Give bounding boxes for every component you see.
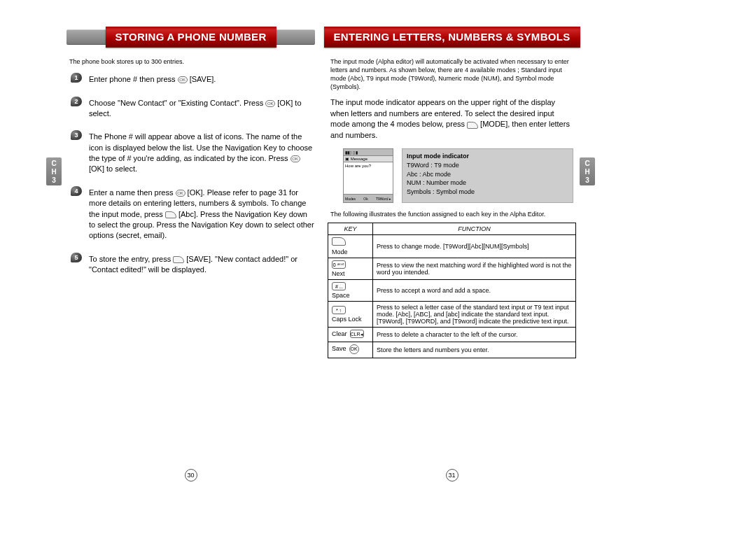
key-cell: 0 ⁿᵉˣᵗNext <box>328 258 373 280</box>
step-bullet: 1 <box>71 73 82 83</box>
step-item: 5To store the entry, press [SAVE]. "New … <box>66 251 315 279</box>
key-cell: ClearCLR◂ <box>328 328 373 342</box>
ok-key-icon: OK <box>265 100 275 107</box>
key-label: Space <box>332 292 369 299</box>
ok-key-icon: OK <box>290 155 300 162</box>
page-title: ENTERING LETTERS, NUMBERS & SYMBOLS <box>323 27 580 48</box>
ch-h: H <box>51 168 56 176</box>
step-text: Choose "New Contact" or "Existing Contac… <box>89 98 315 120</box>
function-cell: Press to view the next matching word if … <box>373 258 576 280</box>
step-item: 3The Phone # will appear above a list of… <box>66 129 315 178</box>
step-text: To store the entry, press [SAVE]. "New c… <box>89 254 315 276</box>
th-function: FUNCTION <box>373 223 576 235</box>
step-text: Enter phone # then press OK [SAVE]. <box>89 74 315 85</box>
page-right: ENTERING LETTERS, NUMBERS & SYMBOLS The … <box>328 27 576 482</box>
ok-key-icon: OK <box>178 76 188 83</box>
page-left: STORING A PHONE NUMBER The phone book st… <box>66 27 315 482</box>
input-mode-indicator-panel: ▮▮▯ ▯ ▮ ▣ Message How are you? Modes Ok … <box>343 148 573 203</box>
page-number: 31 <box>446 469 458 482</box>
softkey-icon <box>467 122 478 129</box>
key-icon: 0 ⁿᵉˣᵗ <box>332 260 346 269</box>
function-cell: Press to select a letter case of the sta… <box>373 302 576 328</box>
phone-softkeys: Modes Ok T9Word ▸ <box>344 194 393 202</box>
table-row: SaveOKStore the letters and numbers you … <box>328 342 576 358</box>
table-row: ModePress to change mode. [T9Word][Abc][… <box>328 235 576 258</box>
ch-n: 3 <box>52 176 56 184</box>
imi-line: Abc : Abc mode <box>407 170 568 179</box>
imi-title: Input mode indicator <box>407 152 568 161</box>
chapter-tab-right: C H 3 <box>580 157 595 185</box>
header-bar: STORING A PHONE NUMBER <box>66 27 315 49</box>
step-bullet: 5 <box>71 253 82 262</box>
step-bullet: 2 <box>71 97 82 106</box>
phone-screen-body: How are you? <box>344 162 393 195</box>
key-label: Save <box>332 345 346 352</box>
phone-softkey-left: Modes <box>345 195 356 202</box>
function-cell: Press to change mode. [T9Word][Abc][NUM]… <box>373 235 576 258</box>
page-number: 30 <box>185 469 197 482</box>
step-bullet: 3 <box>71 130 82 140</box>
ch-c: C <box>51 160 56 167</box>
imi-line: Symbols : Symbol mode <box>407 188 568 197</box>
input-mode-indicator-key: Input mode indicator T9Word : T9 mode Ab… <box>402 148 573 203</box>
step-text: The Phone # will appear above a list of … <box>89 132 315 175</box>
phone-screen-title: ▣ Message <box>344 156 393 162</box>
key-icon: # ⎵ <box>332 282 346 290</box>
table-row: ClearCLR◂Press to delete a character to … <box>328 328 576 342</box>
phone-screenshot: ▮▮▯ ▯ ▮ ▣ Message How are you? Modes Ok … <box>343 148 393 203</box>
intro-text: The phone book stores up to 300 entries. <box>69 57 311 66</box>
key-icon <box>332 237 346 246</box>
intro-text: The input mode (Alpha editor) will autom… <box>330 57 572 92</box>
step-text: Enter a name then press OK [OK]. Please … <box>89 188 315 241</box>
key-label: Clear <box>332 330 347 337</box>
step-item: 2Choose "New Contact" or "Existing Conta… <box>66 95 315 122</box>
key-icon: CLR◂ <box>350 330 364 338</box>
phone-softkey-mid: Ok <box>363 195 368 202</box>
th-key: KEY <box>328 223 373 235</box>
step-list: 1Enter phone # then press OK [SAVE].2Cho… <box>66 71 315 278</box>
key-cell: # ⎵Space <box>328 280 373 302</box>
function-cell: Store the letters and numbers you enter. <box>373 342 576 358</box>
step-item: 1Enter phone # then press OK [SAVE]. <box>66 71 315 87</box>
chapter-tab-left: C H 3 <box>46 157 62 185</box>
key-cell: SaveOK <box>328 342 373 358</box>
softkey-icon <box>165 211 176 218</box>
imi-line: T9Word : T9 mode <box>407 161 568 170</box>
key-icon: OK <box>349 344 359 354</box>
step-item: 4Enter a name then press OK [OK]. Please… <box>66 185 315 244</box>
phone-softkey-right: T9Word ▸ <box>376 195 391 202</box>
body-paragraph: The input mode indicator appears on the … <box>330 97 573 142</box>
step-bullet: 4 <box>71 186 82 196</box>
key-function-table: KEY FUNCTION ModePress to change mode. [… <box>328 223 576 358</box>
key-icon: * ↑ <box>332 306 346 314</box>
function-cell: Press to delete a character to the left … <box>373 328 576 342</box>
table-intro: The following illustrates the function a… <box>330 210 573 218</box>
table-row: * ↑Caps LockPress to select a letter cas… <box>328 302 576 328</box>
key-cell: * ↑Caps Lock <box>328 302 373 328</box>
function-cell: Press to accept a word and add a space. <box>373 280 576 302</box>
table-row: # ⎵SpacePress to accept a word and add a… <box>328 280 576 302</box>
key-cell: Mode <box>328 235 373 258</box>
header-bar: ENTERING LETTERS, NUMBERS & SYMBOLS <box>328 27 576 49</box>
key-label: Next <box>332 270 369 277</box>
table-row: 0 ⁿᵉˣᵗNextPress to view the next matchin… <box>328 258 576 280</box>
page-title: STORING A PHONE NUMBER <box>105 27 276 48</box>
softkey-icon <box>173 256 184 263</box>
key-label: Caps Lock <box>332 316 369 323</box>
key-label: Mode <box>332 248 369 255</box>
ok-key-icon: OK <box>176 190 186 197</box>
imi-line: NUM : Number mode <box>407 178 568 188</box>
phone-status-bar: ▮▮▯ ▯ ▮ <box>344 149 393 156</box>
